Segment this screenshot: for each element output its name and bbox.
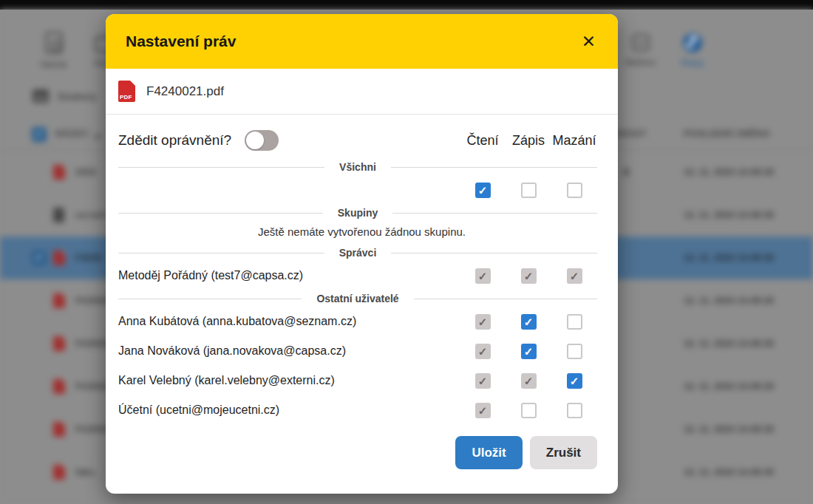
section-label: Ostatní uživatelé <box>316 293 398 304</box>
divider-line <box>118 253 324 253</box>
checkbox-unchecked[interactable] <box>521 403 537 418</box>
section-divider: Správci <box>106 245 610 261</box>
permission-row-name: Jana Nováková (jana.novakova@capsa.cz) <box>118 344 460 358</box>
checkbox-cell: ✓ <box>506 314 551 330</box>
checkbox-disabled-checked: ✓ <box>475 268 491 284</box>
divider-line <box>391 253 597 253</box>
pdf-file-icon <box>53 336 65 351</box>
checkbox-disabled-checked: ✓ <box>567 268 582 284</box>
checkbox-cell <box>506 403 551 418</box>
file-last-change: 12. 11. 2024 14:49:30 <box>684 210 774 220</box>
permissions-header: Zdědit oprávnění? ČteníZápisMazání <box>106 115 618 159</box>
checkbox-checked[interactable]: ✓ <box>521 314 537 330</box>
checkbox-checked[interactable]: ✓ <box>475 183 491 198</box>
permission-row: Karel Velebný (karel.velebny@externi.cz)… <box>106 366 618 395</box>
cancel-button[interactable]: Zrušit <box>530 436 597 469</box>
pdf-file-icon <box>53 422 65 437</box>
pdf-icon: PDF <box>118 81 135 102</box>
file-last-change: 12. 11. 2024 14:49:30 <box>684 424 774 435</box>
divider-line <box>392 213 597 214</box>
permission-row: Anna Kubátová (anna.kubatova@seznam.cz)✓… <box>106 307 618 336</box>
inherit-permissions: Zdědit oprávnění? <box>118 130 460 151</box>
divider-line <box>118 213 323 214</box>
permission-row-name: Anna Kubátová (anna.kubatova@seznam.cz) <box>118 315 460 328</box>
pdf-file-icon <box>53 465 65 480</box>
pdf-file-icon <box>53 293 65 308</box>
document-file-icon <box>53 208 64 222</box>
inherit-toggle[interactable] <box>245 130 279 151</box>
save-button[interactable]: Uložit <box>455 436 522 469</box>
pdf-file-icon <box>53 165 65 180</box>
checkbox-checked[interactable]: ✓ <box>567 373 582 389</box>
checkbox-cell <box>551 183 597 198</box>
checkbox-cell <box>551 344 597 359</box>
pdf-file-icon <box>53 251 65 265</box>
upload-document-icon <box>45 32 63 54</box>
checkbox-cell: ✓ <box>551 373 597 389</box>
checkbox-cell: ✓ <box>460 268 506 284</box>
select-all-checkbox: ✓ <box>32 127 47 142</box>
checkbox-cell: ✓ <box>460 403 506 418</box>
toolbar-item-label: Práva <box>681 58 704 67</box>
file-last-change: 12. 11. 2024 14:49:30 <box>684 338 774 349</box>
checkbox-unchecked[interactable] <box>567 344 582 359</box>
permission-row-name: Účetní (ucetni@mojeucetni.cz) <box>118 403 460 417</box>
divider-line <box>118 299 302 299</box>
file-name-fragment: FA2024 <box>75 381 108 392</box>
permission-column-čtení: Čtení <box>460 133 506 149</box>
permission-row-name: Metoděj Pořádný (test7@capsa.cz) <box>118 269 460 282</box>
section-label: Všichni <box>339 161 376 173</box>
checkbox-disabled-checked: ✓ <box>475 373 491 389</box>
divider-line <box>118 167 324 168</box>
pdf-file-icon <box>53 379 65 394</box>
toolbar-item-mailbox: Mailbox <box>614 32 667 67</box>
permission-column-mazání: Mazání <box>551 133 597 149</box>
window-top-bar <box>0 0 813 10</box>
file-last-change: 12. 11. 2024 14:49:30 <box>684 467 774 477</box>
dialog-buttons: Uložit Zrušit <box>106 425 618 469</box>
column-header-last-change: POSLEDNÍ ZMĚNA <box>684 129 770 139</box>
pdf-icon-fold <box>130 81 135 86</box>
file-last-change: 12. 11. 2024 14:49:30 <box>684 296 774 306</box>
section-divider: Skupiny <box>106 205 610 221</box>
section-label: Skupiny <box>338 207 378 219</box>
checkbox-cell: ✓ <box>460 314 506 330</box>
checkbox-cell: ✓ <box>460 344 506 359</box>
permission-row: Metoděj Pořádný (test7@capsa.cz)✓✓✓ <box>106 261 618 290</box>
permissions-dialog: Nastavení práv ✕ PDF F4240021.pdf Zdědit… <box>106 14 618 494</box>
files-section: Soubory <box>33 89 97 103</box>
section-label: Správci <box>339 247 377 259</box>
dialog-title: Nastavení práv <box>126 33 582 50</box>
checkbox-disabled-checked: ✓ <box>475 403 491 418</box>
checkbox-cell: ✓ <box>460 373 506 389</box>
checkbox-checked[interactable]: ✓ <box>521 344 537 359</box>
checkbox-disabled-checked: ✓ <box>521 373 537 389</box>
close-icon[interactable]: ✕ <box>582 33 596 50</box>
checkbox-cell <box>551 314 597 330</box>
checkbox-unchecked[interactable] <box>567 403 582 418</box>
file-name-fragment: ca-cert <box>75 210 106 220</box>
mailbox-icon <box>632 34 650 52</box>
file-last-change: 12. 11. 2024 14:49:30 <box>684 381 774 392</box>
empty-groups-text: Ještě nemáte vytvořenou žádnou skupinu. <box>106 221 618 245</box>
checkbox-unchecked[interactable] <box>521 183 537 198</box>
section-divider: Ostatní uživatelé <box>106 290 610 307</box>
checkbox-unchecked[interactable] <box>567 314 582 330</box>
checkbox-disabled-checked: ✓ <box>521 268 537 284</box>
permission-row: ✓ <box>106 175 618 205</box>
divider-line <box>414 299 597 299</box>
permission-row-name: Karel Velebný (karel.velebny@externi.cz) <box>118 374 460 387</box>
inherit-label: Zdědit oprávnění? <box>118 132 231 149</box>
checkbox-cell <box>506 183 551 198</box>
toolbar-item-práva: Práva <box>666 32 719 67</box>
file-name-fragment: FA2024 <box>75 338 108 349</box>
file-last-change: 12. 11. 2024 14:49:30 <box>684 253 774 263</box>
file-name-fragment: F4240 <box>75 253 101 263</box>
checkbox-cell <box>551 403 597 418</box>
dialog-header: Nastavení práv ✕ <box>106 14 618 69</box>
column-header-name: NÁZEV <box>55 129 88 139</box>
toggle-knob <box>246 132 264 149</box>
checkbox-unchecked[interactable] <box>567 183 582 198</box>
checkbox-cell: ✓ <box>506 268 551 284</box>
file-name-fragment: fake_ <box>75 467 99 477</box>
